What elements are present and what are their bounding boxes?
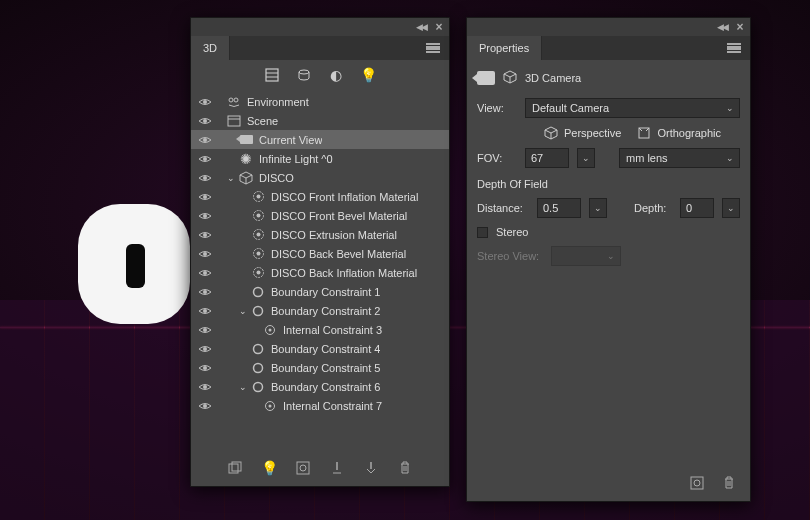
collapse-icon[interactable]: ◀◀ — [415, 21, 427, 33]
tab-properties[interactable]: Properties — [467, 36, 542, 60]
visibility-eye-icon[interactable] — [197, 113, 213, 129]
tree-row[interactable]: Boundary Constraint 5 — [191, 358, 449, 377]
ring-icon — [249, 378, 267, 396]
fov-input[interactable]: 67 — [525, 148, 569, 168]
properties-footer — [467, 471, 750, 495]
tree-row-label: DISCO Back Bevel Material — [271, 248, 406, 260]
footer-light-add-icon[interactable] — [328, 459, 346, 477]
perspective-label: Perspective — [564, 127, 621, 139]
fov-unit-value: mm lens — [626, 152, 668, 164]
tree-row[interactable]: ⌄Boundary Constraint 2 — [191, 301, 449, 320]
tree-row-label: Current View — [259, 134, 322, 146]
mat-icon — [249, 226, 267, 244]
toolbar-btn-2[interactable] — [295, 66, 313, 84]
panel-3d-titlebar[interactable]: ◀◀ × — [191, 18, 449, 36]
tree-row[interactable]: ⌄Boundary Constraint 6 — [191, 377, 449, 396]
render-icon[interactable] — [688, 474, 706, 492]
toolbar-btn-3[interactable]: ◐ — [327, 66, 345, 84]
visibility-eye-icon[interactable] — [197, 246, 213, 262]
footer-camera-add-icon[interactable] — [294, 459, 312, 477]
svg-point-13 — [203, 195, 207, 199]
footer-bulb-icon[interactable]: 💡 — [260, 459, 278, 477]
close-icon[interactable]: × — [433, 21, 445, 33]
visibility-eye-icon[interactable] — [197, 132, 213, 148]
collapse-icon[interactable]: ◀◀ — [716, 21, 728, 33]
svg-point-39 — [203, 385, 207, 389]
visibility-eye-icon[interactable] — [197, 170, 213, 186]
orthographic-toggle[interactable]: Orthographic — [637, 126, 721, 140]
panel-properties-titlebar[interactable]: ◀◀ × — [467, 18, 750, 36]
depth-stepper[interactable]: ⌄ — [722, 198, 740, 218]
distance-input[interactable]: 0.5 — [537, 198, 581, 218]
camera-icon — [477, 71, 495, 85]
trash-icon[interactable] — [720, 474, 738, 492]
visibility-eye-icon[interactable] — [197, 303, 213, 319]
view-select[interactable]: Default Camera ⌄ — [525, 98, 740, 118]
svg-point-7 — [203, 119, 207, 123]
fov-stepper[interactable]: ⌄ — [577, 148, 595, 168]
svg-point-22 — [203, 252, 207, 256]
properties-title: 3D Camera — [525, 72, 581, 84]
tree-row[interactable]: DISCO Back Bevel Material — [191, 244, 449, 263]
footer-trash-icon[interactable] — [396, 459, 414, 477]
visibility-eye-icon[interactable] — [197, 151, 213, 167]
tree-row[interactable]: DISCO Back Inflation Material — [191, 263, 449, 282]
svg-point-35 — [203, 347, 207, 351]
tree-row[interactable]: DISCO Extrusion Material — [191, 225, 449, 244]
visibility-eye-icon[interactable] — [197, 227, 213, 243]
perspective-toggle[interactable]: Perspective — [544, 126, 621, 140]
fov-unit-select[interactable]: mm lens ⌄ — [619, 148, 740, 168]
svg-point-37 — [203, 366, 207, 370]
panel-menu-icon[interactable] — [425, 40, 441, 56]
tree-row[interactable]: DISCO Front Inflation Material — [191, 187, 449, 206]
svg-point-24 — [256, 252, 260, 256]
properties-header: 3D Camera — [477, 66, 740, 90]
mesh-small-icon — [503, 70, 517, 86]
svg-point-6 — [234, 98, 238, 102]
footer-layers-icon[interactable] — [226, 459, 244, 477]
visibility-eye-icon[interactable] — [197, 284, 213, 300]
tree-row-label: Environment — [247, 96, 309, 108]
stereo-checkbox[interactable] — [477, 227, 488, 238]
visibility-eye-icon[interactable] — [197, 189, 213, 205]
tree-row-label: DISCO Back Inflation Material — [271, 267, 417, 279]
visibility-eye-icon[interactable] — [197, 379, 213, 395]
visibility-eye-icon[interactable] — [197, 265, 213, 281]
tree-row[interactable]: Boundary Constraint 1 — [191, 282, 449, 301]
tab-3d[interactable]: 3D — [191, 36, 230, 60]
svg-point-27 — [256, 271, 260, 275]
tree-row[interactable]: ✺Infinite Light ^0 — [191, 149, 449, 168]
tree-row[interactable]: Internal Constraint 3 — [191, 320, 449, 339]
svg-point-32 — [203, 328, 207, 332]
visibility-eye-icon[interactable] — [197, 322, 213, 338]
light-icon: ✺ — [237, 150, 255, 168]
tree-row[interactable]: DISCO Front Bevel Material — [191, 206, 449, 225]
distance-stepper[interactable]: ⌄ — [589, 198, 607, 218]
depth-input[interactable]: 0 — [680, 198, 714, 218]
expand-arrow-icon[interactable]: ⌄ — [237, 305, 249, 317]
visibility-eye-icon[interactable] — [197, 208, 213, 224]
tree-row-label: Boundary Constraint 1 — [271, 286, 380, 298]
tree-row[interactable]: Scene — [191, 111, 449, 130]
expand-arrow-icon[interactable]: ⌄ — [237, 381, 249, 393]
tree-row[interactable]: Internal Constraint 7 — [191, 396, 449, 415]
tree-row[interactable]: Environment — [191, 92, 449, 111]
visibility-eye-icon[interactable] — [197, 360, 213, 376]
visibility-eye-icon[interactable] — [197, 341, 213, 357]
toolbar-btn-1[interactable] — [263, 66, 281, 84]
tree-row[interactable]: ⌄DISCO — [191, 168, 449, 187]
toolbar-btn-4[interactable]: 💡 — [359, 66, 377, 84]
svg-rect-46 — [297, 462, 309, 474]
expand-arrow-icon[interactable]: ⌄ — [225, 172, 237, 184]
panel-menu-icon[interactable] — [726, 40, 742, 56]
visibility-eye-icon[interactable] — [197, 398, 213, 414]
footer-object-add-icon[interactable] — [362, 459, 380, 477]
tree-row[interactable]: Current View — [191, 130, 449, 149]
ring-icon — [249, 359, 267, 377]
ring-icon — [249, 340, 267, 358]
tree-row[interactable]: Boundary Constraint 4 — [191, 339, 449, 358]
close-icon[interactable]: × — [734, 21, 746, 33]
visibility-eye-icon[interactable] — [197, 94, 213, 110]
svg-point-36 — [254, 344, 263, 353]
tree-row-label: DISCO — [259, 172, 294, 184]
